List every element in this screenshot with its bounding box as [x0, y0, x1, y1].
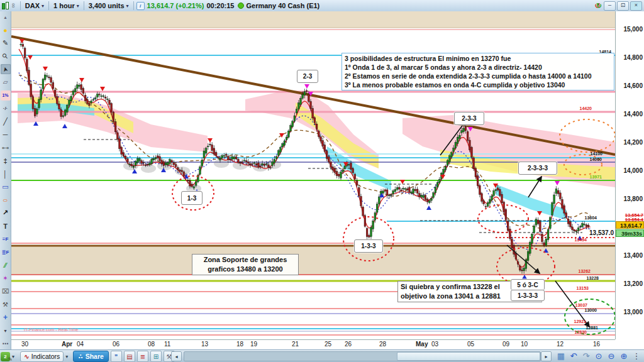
- time-tick-label: 04: [77, 341, 84, 348]
- wave-label[interactable]: 1-3-3-3: [511, 290, 545, 301]
- svg-text:13494: 13494: [575, 238, 587, 242]
- tools-more-button[interactable]: ⋯: [1, 339, 11, 349]
- price-tick-label: 14,600: [623, 82, 643, 89]
- indicators-dropdown[interactable]: ▾: [64, 354, 70, 359]
- wave-label[interactable]: 1-3: [181, 191, 203, 205]
- svg-text:12921: 12921: [574, 319, 587, 324]
- new-window-button[interactable]: ⊞: [150, 351, 162, 362]
- svg-text:14100: 14100: [591, 151, 603, 156]
- scrollbar-thumb[interactable]: [397, 352, 540, 361]
- svg-text:13604: 13604: [585, 216, 597, 220]
- alarm-tool-icon: ●: [3, 26, 8, 34]
- trendline-tool-icon: ╱: [3, 118, 8, 126]
- ellipse-tool[interactable]: ○: [1, 195, 11, 205]
- chat-button[interactable]: ❞: [111, 351, 122, 362]
- settings-tool[interactable]: ⚒: [1, 300, 11, 310]
- zoom-fit-button[interactable]: ⊙: [594, 351, 604, 361]
- zoom-out-button[interactable]: ⊖: [606, 351, 616, 361]
- wave-label[interactable]: 1-3-3: [354, 239, 383, 253]
- trendline-tool[interactable]: ╱: [1, 116, 11, 126]
- note-line: Zona Soporte de grandes: [195, 255, 296, 265]
- dotted-segment-tool[interactable]: ·/·: [1, 104, 11, 114]
- time-tick-label: 13: [201, 341, 208, 348]
- minimize-button[interactable]: –: [604, 1, 616, 11]
- chevron-down-icon: ▾: [126, 3, 129, 9]
- support-zone-note-box[interactable]: Zona Soporte de grandes graficos 13480 a…: [192, 254, 299, 275]
- vertical-segment-tool[interactable]: ‡: [1, 156, 11, 166]
- svg-text:12830: 12830: [575, 330, 587, 334]
- time-tick-label: 30: [21, 341, 28, 348]
- share-icon: ∴: [78, 353, 82, 360]
- time-tick-label: 08: [148, 341, 155, 348]
- restore-button[interactable]: ⊡: [617, 1, 629, 11]
- delete-tool-icon: ⌧: [2, 288, 9, 295]
- zoom-in-button[interactable]: ⊕: [619, 351, 629, 361]
- scroll-left-button[interactable]: ◂: [171, 351, 182, 361]
- timeframe-select[interactable]: 1 hour▾: [52, 2, 81, 9]
- fib-retracement-tool[interactable]: ≡F: [1, 234, 11, 244]
- cursor-tool[interactable]: ➤: [1, 64, 11, 74]
- price-tick-label: 14,400: [623, 111, 643, 118]
- text-tool-icon: T: [3, 222, 8, 230]
- goto-date-button[interactable]: ▦: [556, 351, 566, 361]
- wave-label[interactable]: 2-3-3: [454, 112, 484, 125]
- move-tool[interactable]: +: [1, 312, 11, 322]
- close-button[interactable]: ×: [630, 1, 642, 11]
- scroll-up-button[interactable]: ▴: [1, 12, 11, 22]
- zoom-tool[interactable]: ⚲: [1, 51, 11, 61]
- link-icon[interactable]: ∞: [10, 3, 18, 8]
- wave-label[interactable]: 2-3-3-3: [518, 162, 557, 175]
- svg-text:13000: 13000: [585, 308, 597, 312]
- compare-button[interactable]: ≣: [137, 351, 148, 362]
- undo-button[interactable]: ↶: [569, 351, 579, 361]
- wave-label[interactable]: 5 ó 3-C: [511, 279, 545, 290]
- arrow-tool[interactable]: ↗: [1, 208, 11, 218]
- svg-text:14420: 14420: [580, 106, 592, 111]
- delete-tool[interactable]: ⌧: [1, 287, 11, 297]
- chart-count-badge[interactable]: 2 ✎: [1, 352, 10, 361]
- horizontal-segment-tool[interactable]: o–o: [1, 143, 11, 153]
- draw-tool[interactable]: ✎: [1, 38, 11, 48]
- axis-corner: [615, 339, 644, 349]
- note-line: 1º Onda 1 de 3, al marcar 5 ondas y ahor…: [345, 63, 611, 72]
- units-select[interactable]: 3,400 units▾: [87, 2, 131, 9]
- share-button[interactable]: ∴ Share: [73, 351, 109, 362]
- horizontal-line-tool[interactable]: ─: [1, 129, 11, 140]
- time-tick-label: 11: [164, 341, 170, 348]
- svg-text:13971: 13971: [590, 175, 602, 179]
- time-scrollbar[interactable]: [184, 351, 541, 361]
- scroll-right-button[interactable]: ▸: [541, 351, 552, 361]
- fib-expansion-tool-icon: ≣F: [2, 250, 9, 255]
- price-axis[interactable]: 13,654.7 13,654.4 13,614.7 39m33s 15,000…: [615, 11, 644, 339]
- price-tick-label: 14,000: [623, 167, 643, 174]
- analysis-note-box[interactable]: 3 posibilidades de estructura El minimo …: [341, 53, 614, 90]
- measure-tool[interactable]: ▱: [1, 77, 11, 87]
- fan-tool[interactable]: ✶: [1, 273, 11, 283]
- multi-trend-tool-icon: ⁄⁄: [4, 262, 6, 269]
- alarm-tool[interactable]: ●: [1, 25, 11, 35]
- redo-button[interactable]: ↷: [581, 351, 591, 361]
- time-axis[interactable]: 30Apr0406081113181921252628May0305091012…: [11, 339, 615, 350]
- time-tick-label: 28: [379, 341, 386, 348]
- percent-change-tool[interactable]: 1%: [1, 90, 11, 101]
- wave-label[interactable]: 2-3: [297, 70, 318, 83]
- rectangle-tool[interactable]: ▭: [1, 182, 11, 192]
- refresh-icon[interactable]: ↺↻: [595, 2, 597, 10]
- text-tool[interactable]: T: [1, 221, 11, 231]
- tools-more-button-icon: ⋯: [3, 340, 9, 347]
- multi-trend-tool[interactable]: ⁄⁄: [1, 260, 11, 270]
- fib-expansion-tool[interactable]: ≣F: [1, 247, 11, 257]
- symbol-select[interactable]: DAX▾: [23, 2, 46, 9]
- time-tick-label: 18: [236, 341, 243, 348]
- indicators-button[interactable]: ∿ Indicators: [20, 351, 64, 362]
- tools-collapse-button[interactable]: ▾: [1, 326, 11, 336]
- news-button[interactable]: ▤: [124, 351, 135, 362]
- edit-icon: ✎: [8, 356, 13, 362]
- info-icon[interactable]: i: [136, 2, 145, 10]
- vertical-line-tool[interactable]: │: [1, 169, 11, 179]
- axis-options-button[interactable]: ⋮: [631, 351, 641, 361]
- candlestick-style-icon[interactable]: [2, 2, 9, 9]
- note-line: 3 posibilidades de estructura El minimo …: [345, 54, 611, 63]
- market-status-dot: [238, 3, 244, 9]
- vertical-line-tool-icon: │: [3, 170, 8, 178]
